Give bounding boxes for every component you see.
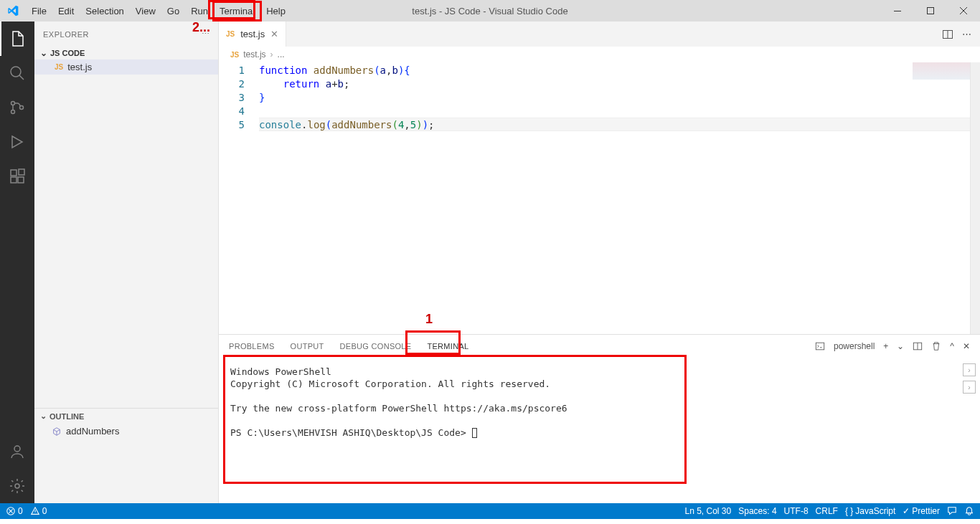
- terminal-shell-icon[interactable]: [815, 341, 825, 351]
- status-warnings[interactable]: 0: [30, 506, 47, 516]
- run-debug-icon[interactable]: [0, 125, 34, 159]
- menu-go[interactable]: Go: [161, 2, 185, 20]
- minimize-button[interactable]: [881, 0, 914, 22]
- tab-label: test.js: [240, 29, 265, 39]
- svg-point-3: [11, 102, 15, 105]
- breadcrumb[interactable]: JS test.js › ...: [219, 47, 980, 62]
- code-line[interactable]: function addNumbers(a,b){: [259, 64, 980, 77]
- sidebar-project-name: JS CODE: [50, 49, 85, 57]
- more-actions-icon[interactable]: ⋯: [962, 29, 971, 40]
- svg-rect-13: [816, 343, 824, 350]
- terminal-shell-label[interactable]: powershell: [834, 341, 875, 351]
- status-warnings-count: 0: [42, 506, 47, 516]
- status-prettier[interactable]: ✓ Prettier: [903, 506, 940, 516]
- panel-tab-problems[interactable]: PROBLEMS: [229, 336, 275, 357]
- menu-file[interactable]: File: [26, 2, 52, 20]
- status-language[interactable]: { } JavaScript: [845, 506, 895, 516]
- window-controls: [881, 0, 980, 22]
- kill-terminal-icon[interactable]: [931, 341, 941, 351]
- tabs-bar: JS test.js ✕ ⋯: [219, 22, 980, 47]
- close-button[interactable]: [947, 0, 980, 22]
- menu-view[interactable]: View: [130, 2, 161, 20]
- editor-tab[interactable]: JS test.js ✕: [219, 22, 286, 47]
- status-feedback-icon[interactable]: [947, 506, 957, 516]
- files-icon[interactable]: [0, 22, 34, 56]
- chevron-down-icon: ⌄: [40, 411, 47, 421]
- accounts-icon[interactable]: [0, 434, 34, 469]
- close-tab-icon[interactable]: ✕: [270, 29, 278, 39]
- settings-icon[interactable]: [0, 469, 34, 503]
- code-editor[interactable]: 12345 function addNumbers(a,b){ return a…: [219, 62, 980, 334]
- code-line[interactable]: [259, 105, 980, 118]
- panel-tab-terminal[interactable]: TERMINAL: [427, 336, 468, 357]
- extensions-icon[interactable]: [0, 159, 34, 194]
- status-errors-count: 0: [18, 506, 23, 516]
- outline-item[interactable]: addNumbers: [34, 424, 218, 439]
- status-eol[interactable]: CRLF: [816, 506, 838, 516]
- chevron-down-icon: ⌄: [40, 48, 47, 58]
- sidebar-header: EXPLORER ⋯: [34, 22, 218, 47]
- menu-edit[interactable]: Edit: [52, 2, 80, 20]
- code-line[interactable]: }: [259, 91, 980, 105]
- minimap[interactable]: [898, 62, 970, 334]
- line-number: 4: [219, 105, 245, 118]
- code-content[interactable]: function addNumbers(a,b){ return a+b;}co…: [259, 62, 980, 334]
- terminal-instance-icon[interactable]: ›: [963, 381, 976, 394]
- status-spaces[interactable]: Spaces: 4: [738, 506, 776, 516]
- status-errors[interactable]: 0: [6, 506, 23, 516]
- menu-run[interactable]: Run: [185, 2, 214, 20]
- breadcrumb-file: test.js: [243, 49, 265, 59]
- outline-section-header[interactable]: ⌄ OUTLINE: [34, 408, 218, 424]
- source-control-icon[interactable]: [0, 90, 34, 125]
- svg-rect-9: [19, 169, 24, 175]
- main-area: EXPLORER ⋯ ⌄ JS CODE JS test.js ⌄ OUTLIN…: [0, 22, 980, 503]
- svg-point-2: [11, 67, 21, 77]
- sidebar-project-section[interactable]: ⌄ JS CODE: [34, 47, 218, 59]
- svg-rect-1: [928, 8, 934, 14]
- window-title: test.js - JS Code - Visual Studio Code: [412, 6, 567, 16]
- status-encoding[interactable]: UTF-8: [784, 506, 809, 516]
- line-number: 5: [219, 118, 245, 132]
- vertical-scrollbar[interactable]: [970, 62, 980, 334]
- panel-tab-debug-console[interactable]: DEBUG CONSOLE: [340, 336, 412, 357]
- code-line[interactable]: return a+b;: [259, 77, 980, 91]
- maximize-panel-icon[interactable]: ^: [950, 341, 954, 351]
- vscode-logo-icon: [7, 5, 19, 16]
- new-terminal-icon[interactable]: +: [883, 341, 888, 351]
- breadcrumb-symbol: ...: [278, 49, 285, 59]
- titlebar: FileEditSelectionViewGoRunTerminalHelp t…: [0, 0, 980, 22]
- svg-point-10: [14, 446, 20, 452]
- svg-rect-8: [18, 177, 24, 183]
- terminal-cursor: [472, 428, 477, 438]
- panel-tab-output[interactable]: OUTPUT: [291, 336, 324, 357]
- panel-actions: powershell + ⌄ ^ ✕: [815, 341, 970, 351]
- split-editor-icon[interactable]: [942, 29, 953, 40]
- menu-help[interactable]: Help: [260, 2, 291, 20]
- menu-terminal[interactable]: Terminal: [214, 2, 260, 20]
- menu-selection[interactable]: Selection: [80, 2, 129, 20]
- search-icon[interactable]: [0, 56, 34, 90]
- svg-rect-0: [894, 11, 901, 11]
- status-bell-icon[interactable]: [964, 506, 974, 516]
- menu-bar: FileEditSelectionViewGoRunTerminalHelp: [26, 2, 291, 20]
- line-number: 3: [219, 91, 245, 105]
- terminal-instance-icon[interactable]: ›: [963, 363, 976, 376]
- outline-title: OUTLINE: [50, 412, 84, 421]
- tab-actions: ⋯: [942, 29, 980, 40]
- terminal-dropdown-icon[interactable]: ⌄: [897, 341, 904, 351]
- bottom-panel: 1 PROBLEMSOUTPUTDEBUG CONSOLETERMINAL po…: [219, 334, 980, 503]
- status-ln-col[interactable]: Ln 5, Col 30: [684, 506, 731, 516]
- status-bar: 0 0 Ln 5, Col 30 Spaces: 4 UTF-8 CRLF { …: [0, 503, 980, 519]
- terminal-content[interactable]: Windows PowerShell Copyright (C) Microso…: [219, 358, 980, 503]
- sidebar-file-name: test.js: [67, 62, 92, 72]
- code-line[interactable]: console.log(addNumbers(4,5));: [259, 118, 980, 131]
- annotation-1: 1: [425, 312, 433, 327]
- maximize-button[interactable]: [914, 0, 947, 22]
- close-panel-icon[interactable]: ✕: [963, 341, 970, 351]
- split-terminal-icon[interactable]: [913, 341, 923, 351]
- js-file-icon: JS: [55, 63, 63, 71]
- sidebar-file-item[interactable]: JS test.js: [34, 59, 218, 75]
- js-file-icon: JS: [226, 30, 235, 38]
- panel-tabs: PROBLEMSOUTPUTDEBUG CONSOLETERMINAL powe…: [219, 335, 980, 358]
- js-file-icon: JS: [230, 51, 239, 59]
